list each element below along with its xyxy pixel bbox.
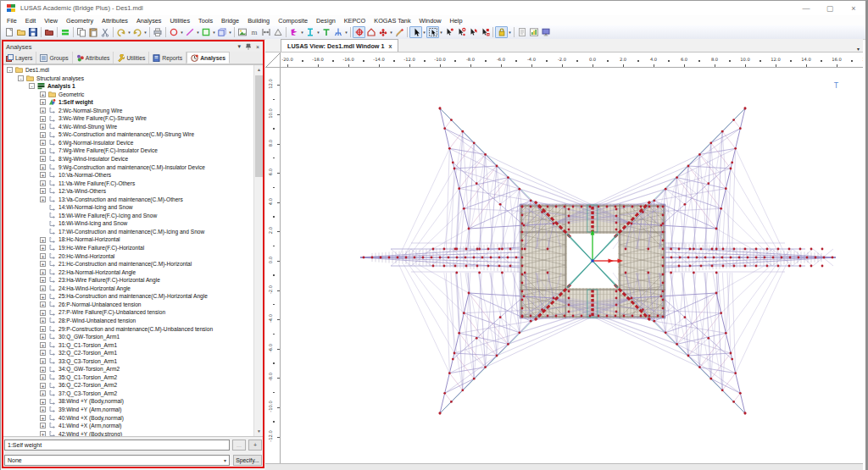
tree-item-11-va-wire-failure-f-c-others[interactable]: +11:Va-Wire Failure(F.C)-Others <box>3 180 253 188</box>
toolbar-edit-attribute-icon[interactable] <box>393 26 405 38</box>
tree-expander-icon[interactable]: + <box>40 390 46 396</box>
tree-expander-icon[interactable]: + <box>40 148 46 154</box>
tree-item-9-wg-construction-and-maintenance-c-m-insulator-device[interactable]: +9:Wg-Construction and maintenance(C.M)-… <box>3 163 253 172</box>
panel-close-icon[interactable]: × <box>256 44 259 50</box>
tree-item-36-q-c2-torsion-arm2[interactable]: +36:Q_C2-Torsion_Arm2 <box>3 381 253 390</box>
tree-expander-icon[interactable]: + <box>40 164 46 170</box>
tree-item-1-self-weight[interactable]: +1:Self weight <box>3 98 253 107</box>
menu-file[interactable]: File <box>3 17 21 25</box>
toolbar-element-icon[interactable] <box>272 26 284 38</box>
menu-design[interactable]: Design <box>312 17 340 25</box>
toolbar-draw-point-icon[interactable] <box>168 26 180 38</box>
tree-expander-icon[interactable]: + <box>40 415 46 421</box>
panel-tab-layers[interactable]: Layers <box>3 52 36 64</box>
view-tab[interactable]: LUSAS View: Des1.mdl Window 1x <box>281 39 398 52</box>
tree-expander-icon[interactable]: + <box>40 91 46 97</box>
toolbar-new-model-icon[interactable] <box>3 26 15 38</box>
tab-scroll-icon[interactable]: ▾ <box>857 46 863 52</box>
tree-item-8-wg-wind-insulator-device[interactable]: +8:Wg-Wind-Insulator Device <box>3 155 253 163</box>
toolbar-cut-icon[interactable] <box>99 26 111 38</box>
toolbar-open-recent-icon[interactable] <box>43 26 55 38</box>
tree-item-12-va-wind-others[interactable]: +12:Va-Wind-Others <box>3 187 253 196</box>
tree-item-13-va-construction-and-maintenance-c-m-others[interactable]: +13:Va-Construction and maintenance(C.M)… <box>3 196 253 204</box>
toolbar-lock-selection-dropdown-icon[interactable]: ▾ <box>508 30 512 35</box>
toolbar-support-dropdown-icon[interactable]: ▾ <box>344 30 348 35</box>
active-loadcase-input[interactable]: 1:Self weight <box>4 440 230 451</box>
tree-expander-icon[interactable]: + <box>40 180 46 186</box>
tree-item-20-hc-wind-horizontal[interactable]: +20:Hc-Wind-Horizontal <box>3 252 253 261</box>
menu-tools[interactable]: Tools <box>194 17 217 25</box>
tree-expander-icon[interactable]: - <box>29 83 35 89</box>
tree-item-38-wind-y-body-normal[interactable]: +38:Wind +Y (Body,normal) <box>3 397 253 406</box>
tree-expander-icon[interactable]: - <box>18 75 24 81</box>
toolbar-draw-volume-icon[interactable] <box>216 26 228 38</box>
panel-menu-icon[interactable]: ▾ <box>237 43 241 50</box>
tree-expander-icon[interactable]: + <box>40 342 46 348</box>
menu-view[interactable]: View <box>40 17 62 25</box>
tree-item-18-hc-normal-horizontal[interactable]: +18:Hc-Normal-Horizontal <box>3 235 253 244</box>
tree-item-27-p-wire-failure-f-c-unbalanced-tension[interactable]: +27:P-Wire Failure(F.C)-Unbalanced tensi… <box>3 308 253 317</box>
tree-item-15-wi-wire-failure-f-c-icing-and-snow[interactable]: 15:Wi-Wire Failure(F.C)-Icing and Snow <box>3 212 253 220</box>
menu-geometry[interactable]: Geometry <box>62 17 97 25</box>
tree-item-35-q-c1-torsion-arm2[interactable]: +35:Q_C1-Torsion_Arm2 <box>3 373 253 382</box>
toolbar-select-surfaces-icon[interactable] <box>467 26 479 38</box>
toolbar-select-box-icon[interactable] <box>426 26 439 38</box>
tree-item-17-wi-construction-and-maintenance-c-m-icing-and-snow[interactable]: 17:Wi-Construction and maintenance(C.M)-… <box>3 228 253 236</box>
menu-attributes[interactable]: Attributes <box>97 17 132 25</box>
tree-item-31-q-c1-torsion-arm1[interactable]: +31:Q_C1-Torsion_Arm1 <box>3 341 253 350</box>
tree-item-40-wind-x-body-normal[interactable]: +40:Wind +X (Body,normal) <box>3 414 253 423</box>
menu-kepco[interactable]: KEPCO <box>340 17 370 25</box>
menu-utilities[interactable]: Utilities <box>166 17 195 25</box>
toolbar-report-icon[interactable] <box>516 26 528 38</box>
tree-item-42-wind-y-body-strong[interactable]: +42:Wind +Y (Body,strong) <box>3 430 253 436</box>
toolbar-copy-icon[interactable] <box>75 26 87 38</box>
tree-expander-icon[interactable]: - <box>7 67 13 73</box>
specify-button[interactable]: Specify... <box>233 455 262 466</box>
menu-edit[interactable]: Edit <box>21 17 41 25</box>
scroll-down-icon[interactable]: ▼ <box>254 427 264 436</box>
scroll-up-icon[interactable]: ▲ <box>254 65 264 75</box>
toolbar-select-points-icon[interactable] <box>443 26 455 38</box>
panel-tab-groups[interactable]: Groups <box>36 52 72 64</box>
toolbar-select-cursor-icon[interactable] <box>409 26 422 38</box>
tree-item-33-q-c3-torsion-arm1[interactable]: +33:Q_C3-Torsion_Arm1 <box>3 357 253 366</box>
scroll-thumb[interactable] <box>255 75 263 177</box>
menu-kogas-tank[interactable]: KOGAS Tank <box>370 17 415 25</box>
tree-item-4-wc-wind-strung-wire[interactable]: +4:Wc-Wind-Strung Wire <box>3 123 253 131</box>
toolbar-print-icon[interactable] <box>152 26 164 38</box>
tree-expander-icon[interactable]: + <box>40 431 46 436</box>
tree-item-22-ha-normal-horizontal-angle[interactable]: +22:Ha-Normal-Horizontal Angle <box>3 268 253 277</box>
tree-expander-icon[interactable]: + <box>40 358 46 364</box>
toolbar-save-model-icon[interactable] <box>27 26 39 38</box>
tree-item-24-ha-wind-horizontal-angle[interactable]: +24:Ha-Wind-Horizontal Angle <box>3 285 253 293</box>
toolbar-material-icon[interactable] <box>320 26 332 38</box>
menu-window[interactable]: Window <box>415 17 446 25</box>
tree-item-geometric[interactable]: +Geometric <box>3 91 253 99</box>
tree-item-des1-mdl[interactable]: -Des1.mdl <box>3 66 253 75</box>
tree-expander-icon[interactable]: + <box>40 188 46 194</box>
maximize-button[interactable]: ▢ <box>818 1 842 15</box>
tree-expander-icon[interactable]: + <box>40 350 46 356</box>
close-button[interactable]: × <box>842 1 865 15</box>
tree-expander-icon[interactable]: + <box>40 132 46 138</box>
menu-bridge[interactable]: Bridge <box>217 17 243 25</box>
tree-expander-icon[interactable]: + <box>40 156 46 162</box>
tree-expander-icon[interactable]: + <box>40 253 46 259</box>
tree-expander-icon[interactable]: + <box>40 196 46 202</box>
toolbar-beam-section-icon[interactable] <box>304 26 316 38</box>
tree-expander-icon[interactable]: + <box>40 124 46 130</box>
toolbar-fit-icon[interactable] <box>260 26 272 38</box>
toolbar-select-volumes-icon[interactable] <box>479 26 491 38</box>
tree-item-structural-analyses[interactable]: -Structural analyses <box>3 75 253 83</box>
tree-item-10-va-normal-others[interactable]: +10:Va-Normal-Others <box>3 171 253 180</box>
tree-item-34-q-gw-torsion-arm2[interactable]: +34:Q_GW-Torsion_Arm2 <box>3 365 253 373</box>
tree-item-14-wi-normal-icing-and-snow[interactable]: 14:Wi-Normal-Icing and Snow <box>3 203 253 212</box>
toolbar-redo-dropdown-icon[interactable]: ▾ <box>143 30 147 35</box>
toolbar-undo-icon[interactable] <box>115 26 127 38</box>
tree-expander-icon[interactable]: + <box>40 318 46 323</box>
tree-item-26-p-normal-unbalanced-tension[interactable]: +26:P-Normal-Unbalanced tension <box>3 301 253 309</box>
toolbar-open-model-icon[interactable] <box>15 26 27 38</box>
loadcase-browse-button[interactable]: ... <box>232 440 246 451</box>
toolbar-loading-point-icon[interactable] <box>353 26 365 38</box>
tree-expander-icon[interactable]: + <box>40 99 46 105</box>
